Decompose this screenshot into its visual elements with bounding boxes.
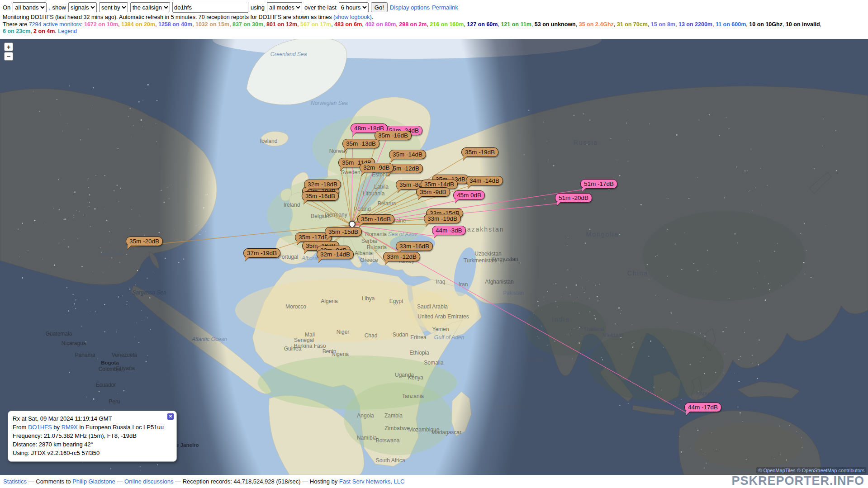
callsign-mode-select[interactable]: the callsign	[130, 2, 170, 12]
monitoring-status: Monitoring DO1HFS (last heard 32 mins ag…	[0, 14, 868, 21]
map-place-label: Peru	[109, 398, 120, 405]
map-place-label: Estonia	[372, 171, 390, 178]
signals-select[interactable]: signals	[68, 2, 97, 12]
active-monitors-link[interactable]: 7294 active monitors	[29, 21, 81, 28]
popup-rx-time: Rx at Sat, 09 Mar 2024 11:19:14 GMT	[13, 414, 172, 423]
map-place-label: New York	[100, 251, 123, 256]
monitoring-suffix: .	[372, 14, 373, 20]
map-place-label: Latvia	[374, 184, 389, 190]
report-popup: ✕ Rx at Sat, 09 Mar 2024 11:19:14 GMT Fr…	[8, 411, 177, 462]
band-count: 483 on 6m,	[334, 21, 365, 28]
reception-balloon[interactable]: 44m -17dB	[684, 403, 721, 412]
legend-link[interactable]: Legend	[58, 28, 77, 34]
reception-balloon[interactable]: 44m -3dB	[432, 226, 466, 235]
map-place-label: Mozambique	[408, 426, 440, 433]
footer: Statistics — Comments to Philip Gladston…	[0, 475, 868, 488]
world-map[interactable]: Greenland SeaNorwegian SeaIcelandNorwayS…	[0, 39, 868, 475]
map-place-label: Iran	[459, 281, 468, 288]
map-place-label: Turkmenistan	[464, 257, 496, 264]
period-select[interactable]: 6 hours	[339, 2, 369, 12]
band-count: 15 on 8m,	[651, 21, 678, 28]
reception-balloon[interactable]: 35m -19dB	[461, 147, 498, 157]
map-place-label: Greece	[360, 257, 378, 263]
openmaptiles-link[interactable]: © OpenMapTiles	[758, 468, 795, 473]
reception-balloon[interactable]: 35m -13dB	[342, 139, 379, 148]
reception-balloon[interactable]: 35m -16dB	[302, 191, 339, 201]
map-place-label: Mongolia	[586, 231, 619, 238]
reception-balloon[interactable]: 45m 0dB	[453, 190, 485, 200]
reception-balloon[interactable]: 35m -15dB	[325, 227, 362, 237]
show-logbook-link[interactable]: (show logbook)	[333, 14, 372, 20]
reception-balloon[interactable]: 32m -18dB	[304, 180, 341, 189]
rx-callsign-link[interactable]: RM9X	[62, 424, 78, 431]
map-place-label: Eritrea	[410, 334, 426, 341]
band-count: 837 on 30m,	[232, 21, 266, 28]
tx-callsign-link[interactable]: DO1HFS	[28, 424, 52, 431]
modes-select[interactable]: all modes	[267, 2, 302, 12]
map-place-label: Norwegian Sea	[311, 100, 348, 106]
map-place-label: Botswana	[376, 437, 400, 444]
map-place-label: Guyana	[116, 365, 135, 371]
sentby-select[interactable]: sent by	[99, 2, 128, 12]
popup-by-label: by	[52, 424, 62, 431]
band-count: 567 on 17m,	[300, 21, 334, 28]
permalink-link[interactable]: Permalink	[432, 4, 458, 11]
map-place-label: Guinea	[284, 346, 302, 352]
openstreetmap-link[interactable]: © OpenStreetMap contributors	[797, 468, 864, 473]
reception-balloon[interactable]: 34m -14dB	[466, 176, 503, 185]
reception-balloon[interactable]: 32m -9dB	[360, 163, 394, 172]
popup-frequency: Frequency: 21.075.382 MHz (15m), FT8, -1…	[13, 431, 172, 440]
map-place-label: Zambia	[384, 412, 403, 419]
map-place-label: Guatemala	[46, 331, 72, 337]
popup-distance: Distance: 2870 km bearing 42°	[13, 440, 172, 449]
map-place-label: Sudan	[393, 332, 408, 338]
reception-balloon[interactable]: 33m -12dB	[383, 252, 420, 261]
band-count: 10 on invalid,	[786, 21, 821, 28]
reception-balloon[interactable]: 51m -20dB	[555, 193, 592, 203]
map-place-label: Yemen	[432, 326, 449, 332]
map-place-label: Portugal	[278, 254, 299, 260]
reception-balloon[interactable]: 35m -16dB	[357, 214, 394, 224]
reception-balloon[interactable]: 35m -20dB	[126, 237, 163, 246]
reception-balloon[interactable]: 33m -19dB	[424, 214, 461, 223]
map-place-label: Lithuania	[363, 190, 385, 197]
map-place-label: China	[627, 270, 649, 277]
reception-balloon[interactable]: 33m -16dB	[396, 242, 433, 251]
footer-sep3: — Reception records: 44,718,524,928 (518…	[173, 478, 339, 485]
band-count: 13 on 2200m,	[678, 21, 716, 28]
active-monitors-line: There are 7294 active monitors: 1672 on …	[0, 21, 868, 35]
map-place-label: Greenland Sea	[270, 51, 307, 57]
reception-balloon[interactable]: 35m -14dB	[389, 150, 426, 159]
close-icon[interactable]: ✕	[167, 413, 174, 420]
reception-balloon[interactable]: 37m -19dB	[243, 248, 280, 258]
discussions-link[interactable]: Online discussions	[124, 478, 173, 485]
map-place-label: Poland	[354, 206, 370, 212]
hosting-link[interactable]: Fast Serv Networks, LLC	[339, 478, 405, 485]
reception-balloon[interactable]: 35m -9dB	[416, 187, 450, 197]
zoom-in-button[interactable]: +	[4, 43, 13, 51]
display-options-link[interactable]: Display options	[390, 4, 430, 11]
zoom-out-button[interactable]: −	[4, 52, 13, 61]
map-place-label: Panama	[75, 352, 95, 358]
map-place-label: Thailand	[583, 326, 604, 332]
map-place-label: Morocco	[285, 303, 306, 310]
callsign-input[interactable]	[172, 2, 248, 13]
reception-balloon[interactable]: 35m -16dB	[375, 131, 412, 140]
place-label-layer: Greenland SeaNorwegian SeaIcelandNorwayS…	[0, 39, 868, 475]
reception-balloon[interactable]: 32m -14dB	[317, 250, 354, 259]
band-select[interactable]: all bands	[13, 2, 47, 12]
map-place-label: Benin	[323, 348, 337, 355]
statistics-link[interactable]: Statistics	[3, 478, 27, 485]
map-place-label: Senegal	[294, 337, 314, 343]
map-place-label: Chad	[365, 332, 378, 339]
reception-balloon[interactable]: 51m -17dB	[580, 179, 617, 189]
map-place-label: South Africa	[376, 457, 405, 464]
band-count: 31 on 70cm,	[617, 21, 651, 28]
author-link[interactable]: Philip Gladstone	[72, 478, 115, 485]
band-count: 6 on 23cm,	[3, 28, 33, 34]
go-button[interactable]: Go!	[371, 2, 388, 12]
show-label: , show	[49, 4, 66, 11]
map-place-label: Namibia	[357, 435, 377, 441]
map-place-label: Papua New Guinea	[696, 390, 743, 397]
band-count: 801 on 12m,	[266, 21, 300, 28]
